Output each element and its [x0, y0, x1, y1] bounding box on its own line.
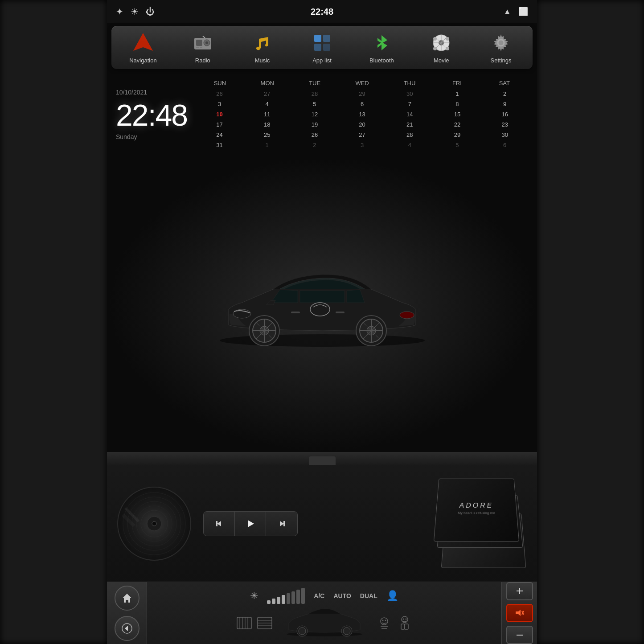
settings-icon	[491, 33, 511, 53]
nav-item-settings[interactable]: Settings	[471, 29, 531, 66]
wifi-icon: ▲	[503, 7, 511, 16]
cal-cell-4-6: 30	[481, 130, 528, 139]
fan-bar-2	[272, 599, 275, 604]
cal-cell-0-6: 2	[481, 89, 528, 98]
fan-bar-3	[277, 597, 280, 604]
applist-icon-wrap	[311, 31, 334, 54]
svg-point-50	[152, 521, 156, 526]
status-bar: ✦ ☀ ⏻ 22:48 ▲ ⬜	[107, 0, 537, 23]
cal-cell-3-0: 17	[196, 120, 243, 129]
defroster-icons	[236, 616, 273, 630]
svg-point-25	[400, 312, 414, 319]
cal-cell-1-2: 5	[291, 99, 338, 109]
volume-up-button[interactable]	[506, 582, 533, 600]
volume-down-button[interactable]	[506, 626, 533, 644]
svg-rect-10	[314, 44, 321, 51]
media-control-buttons	[203, 511, 298, 536]
svg-point-18	[433, 37, 437, 41]
svg-point-21	[433, 47, 437, 50]
music-label: Music	[255, 57, 270, 64]
nav-item-bluetooth[interactable]: Bluetooth	[352, 29, 411, 66]
svg-line-7	[203, 36, 205, 38]
cal-cell-3-3: 20	[339, 120, 386, 129]
cal-cell-3-1: 18	[244, 120, 291, 129]
climate-left-buttons	[107, 582, 147, 644]
cal-cell-3-5: 22	[434, 120, 481, 129]
next-button[interactable]	[266, 512, 297, 536]
svg-rect-83	[401, 624, 405, 629]
media-tab	[309, 456, 336, 465]
climate-car-area	[236, 607, 413, 639]
cal-cell-1-1: 4	[244, 99, 291, 109]
navigation-icon	[131, 31, 155, 54]
climate-car-svg	[280, 607, 369, 639]
bg-left-blur	[0, 0, 107, 644]
svg-marker-56	[280, 521, 284, 526]
nav-item-radio[interactable]: Radio	[173, 29, 233, 66]
cal-cell-2-5: 15	[434, 110, 481, 119]
clock-date: 10/10/2021	[116, 89, 187, 96]
fan-icon: ✳	[250, 590, 258, 602]
svg-rect-57	[283, 521, 285, 526]
svg-marker-55	[248, 520, 254, 527]
svg-marker-0	[133, 33, 153, 51]
cal-cell-5-2: 2	[291, 140, 338, 150]
nav-tabs: Navigation Radio	[111, 26, 533, 69]
movie-icon-wrap	[430, 31, 453, 54]
volume-down-icon	[516, 631, 524, 639]
cal-cell-0-5: 1	[434, 89, 481, 98]
svg-point-76	[382, 619, 383, 621]
car-image	[202, 256, 443, 354]
svg-rect-27	[336, 312, 345, 313]
settings-label: Settings	[491, 57, 512, 64]
cal-header-tue: TUE	[291, 79, 338, 87]
bluetooth-label: Bluetooth	[369, 57, 394, 64]
status-right-icons: ▲ ⬜	[503, 7, 528, 16]
cal-cell-4-0: 24	[196, 130, 243, 139]
cal-cell-1-3: 6	[339, 99, 386, 109]
back-button[interactable]	[115, 616, 139, 641]
volume-mute-button[interactable]	[506, 604, 533, 622]
cal-cell-0-4: 30	[386, 89, 433, 98]
nav-item-music[interactable]: Music	[233, 29, 292, 66]
auto-label: AUTO	[333, 592, 351, 599]
home-button[interactable]	[115, 586, 139, 611]
svg-point-81	[402, 618, 404, 619]
applist-icon	[312, 33, 332, 53]
cal-cell-1-0: 3	[196, 99, 243, 109]
svg-marker-60	[125, 626, 128, 631]
cal-cell-5-6: 6	[481, 140, 528, 150]
cal-cell-2-1: 11	[244, 110, 291, 119]
svg-marker-53	[217, 521, 221, 526]
person-icon: 👤	[386, 590, 398, 602]
nav-item-applist[interactable]: App list	[292, 29, 352, 66]
climate-main: ✳ A/C AUTO DUAL 👤	[147, 582, 501, 644]
cal-cell-0-2: 28	[291, 89, 338, 98]
cal-cell-2-4: 14	[386, 110, 433, 119]
fan-bar-8	[301, 588, 305, 604]
svg-point-74	[343, 628, 350, 635]
cal-cell-5-1: 1	[244, 140, 291, 150]
vent-icons	[376, 615, 413, 631]
media-top-bar	[107, 453, 537, 465]
nav-item-movie[interactable]: Movie	[411, 29, 471, 66]
nav-item-navigation[interactable]: Navigation	[113, 29, 173, 66]
window-icon: ⬜	[518, 7, 528, 16]
svg-rect-54	[216, 521, 217, 526]
play-button[interactable]	[235, 512, 266, 536]
svg-rect-2	[196, 40, 202, 46]
disc-svg	[116, 486, 192, 562]
cal-cell-1-5: 8	[434, 99, 481, 109]
movie-icon	[431, 33, 451, 53]
music-icon	[252, 33, 273, 53]
svg-rect-26	[291, 312, 300, 313]
album-stack: album JEDI ADORE My heart is refusing me	[435, 475, 524, 573]
svg-rect-11	[323, 44, 330, 51]
cal-cell-5-4: 4	[386, 140, 433, 150]
prev-button[interactable]	[204, 512, 235, 536]
svg-rect-61	[237, 617, 251, 629]
climate-right-buttons	[501, 582, 537, 644]
cal-cell-3-4: 21	[386, 120, 433, 129]
bluetooth-icon-wrap	[370, 31, 393, 54]
calendar-section: SUN MON TUE WED THU FRI SAT 262728293012…	[196, 79, 528, 150]
